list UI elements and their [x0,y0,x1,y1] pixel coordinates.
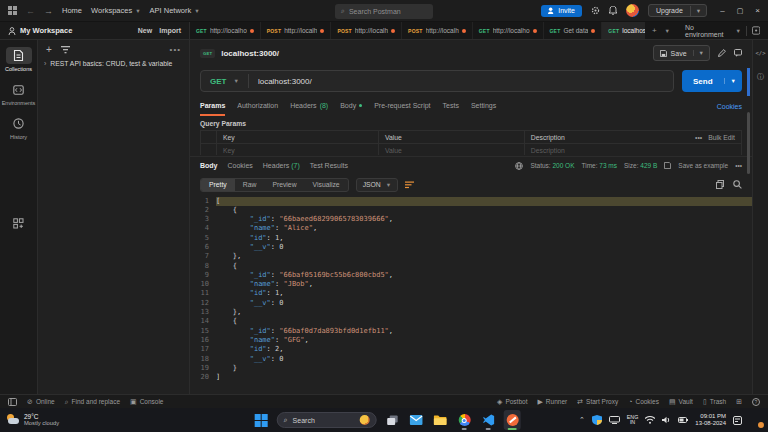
request-tab[interactable]: POSThttp://localh [331,22,402,39]
tab-authorization[interactable]: Authorization [237,96,278,116]
forward-icon[interactable]: → [44,6,53,16]
chevron-right-icon[interactable]: › [44,60,46,67]
people-hub-icon[interactable] [749,414,762,427]
response-tab-test-results[interactable]: Test Results [310,162,348,169]
cookies-button[interactable]: ◔Cookies [628,398,659,405]
display-icon[interactable] [609,416,620,424]
tab-headers[interactable]: Headers(8) [290,96,328,116]
tab-pre-request-script[interactable]: Pre-request Script [374,96,430,116]
request-tab[interactable]: GEThttp://localho [190,22,261,39]
response-more-icon[interactable]: ••• [735,162,742,169]
trash-button[interactable]: ▯Trash [703,398,726,406]
window-maximize-button[interactable]: ▢ [737,7,744,15]
window-close-button[interactable]: × [755,6,760,15]
nav-home[interactable]: Home [62,6,82,15]
request-title[interactable]: localhost:3000/ [221,49,279,58]
scrollbar-indicator[interactable] [747,68,750,96]
save-as-example-button[interactable]: Save as example [678,162,728,169]
nav-workspaces[interactable]: Workspaces▼ [91,6,141,15]
app-menu-icon[interactable] [8,6,17,15]
request-tab[interactable]: GETlocalhost:300 [602,22,645,39]
file-explorer-icon[interactable] [432,410,449,430]
windows-security-icon[interactable] [592,415,602,425]
response-tab-body[interactable]: Body [200,162,218,169]
value-input[interactable]: Value [379,144,525,155]
request-tab[interactable]: POSThttp://localh [261,22,332,39]
settings-gear-icon[interactable] [591,6,600,15]
view-tab-visualize[interactable]: Visualize [305,179,348,191]
comment-icon[interactable] [734,49,742,57]
cookies-link[interactable]: Cookies [717,103,742,110]
new-button[interactable]: New [138,27,152,34]
weather-widget[interactable]: 29°C Mostly cloudy [6,413,59,427]
postbot-button[interactable]: ◈Postbot [497,398,527,406]
sidebar-item-environments[interactable]: Environments [2,81,36,106]
vault-button[interactable]: ▤Vault [669,398,693,406]
url-input[interactable]: localhost:3000/ [249,77,312,86]
view-tab-preview[interactable]: Preview [264,179,304,191]
taskbar-search-input[interactable]: ⌕ Search [277,412,377,428]
import-button[interactable]: Import [159,27,181,34]
language-indicator[interactable]: ENG IN [627,415,638,426]
send-button[interactable]: Send ▼ [682,70,742,92]
view-tab-pretty[interactable]: Pretty [201,179,235,191]
environment-selector[interactable]: No environment ▼ [677,22,768,39]
start-proxy-button[interactable]: ⇄Start Proxy [577,398,618,406]
add-collection-button[interactable]: + [46,46,52,54]
find-and-replace-button[interactable]: ⌕Find and replace [65,398,120,406]
tab-settings[interactable]: Settings [471,96,496,116]
runner-button[interactable]: ▶Runner [537,398,567,406]
request-tab[interactable]: GEThttp://localho [473,22,544,39]
request-tab[interactable]: POSThttp://localh [402,22,473,39]
workspace-name[interactable]: My Workspace [20,26,72,35]
tab-tests[interactable]: Tests [443,96,459,116]
back-icon[interactable]: ← [26,6,35,16]
format-select[interactable]: JSON ▼ [356,178,399,192]
tab-body[interactable]: Body [340,96,362,116]
save-options-chevron-icon[interactable]: ▼ [693,50,709,56]
copy-icon[interactable] [716,180,724,189]
new-tab-button[interactable]: + [652,26,657,35]
nav-api-network[interactable]: API Network▼ [150,6,200,15]
chevron-down-icon[interactable]: ▼ [690,6,706,16]
upgrade-button[interactable]: Upgrade ▼ [648,4,707,17]
scrollbar-thumb[interactable] [747,112,750,174]
response-tab-headers[interactable]: Headers(7) [263,162,300,169]
global-search-input[interactable]: ⌕ Search Postman [335,4,433,19]
response-tab-cookies[interactable]: Cookies [228,162,253,169]
vscode-icon[interactable] [480,410,497,430]
notifications-bell-icon[interactable] [609,6,617,15]
online-button[interactable]: ⊘Online [27,398,55,406]
wrap-text-icon[interactable] [405,181,414,189]
save-button[interactable]: Save ▼ [653,45,710,61]
tab-options-chevron-icon[interactable]: ▼ [665,28,670,34]
help-icon[interactable]: ? [752,398,760,406]
sidebar-item-more-tools[interactable] [6,215,32,232]
environment-quicklook-icon[interactable] [752,26,760,35]
request-tab[interactable]: GETGet data [544,22,603,39]
grid-icon[interactable]: ⊞ [736,398,742,406]
filter-icon[interactable] [61,46,70,54]
window-minimize-button[interactable]: – [720,6,724,15]
battery-icon[interactable] [678,416,688,424]
clock[interactable]: 09:01 PM 13-08-2024 [695,413,726,427]
key-input[interactable]: Key [217,144,379,155]
response-body-code[interactable]: 1[2 {3 "_id": "66baeed68299065783039666"… [190,195,752,395]
view-tab-raw[interactable]: Raw [235,179,265,191]
task-view-icon[interactable] [384,410,401,430]
wifi-icon[interactable] [645,416,655,424]
tab-params[interactable]: Params [200,96,225,116]
collection-tree-item[interactable]: › REST API basics: CRUD, test & variable [38,57,189,70]
tray-expand-icon[interactable]: ⌃ [579,416,585,424]
code-snippet-icon[interactable]: </> [756,50,766,56]
volume-icon[interactable] [662,416,671,424]
method-select[interactable]: GET ▼ [201,77,248,86]
sidebar-item-history[interactable]: History [6,115,32,140]
chrome-icon[interactable] [456,410,473,430]
action-center-icon[interactable] [733,416,742,425]
mail-icon[interactable] [408,410,425,430]
postman-icon[interactable] [504,410,521,430]
invite-button[interactable]: Invite [541,5,582,17]
send-options-chevron-icon[interactable]: ▼ [724,78,742,84]
collection-more-icon[interactable]: ••• [170,45,181,54]
